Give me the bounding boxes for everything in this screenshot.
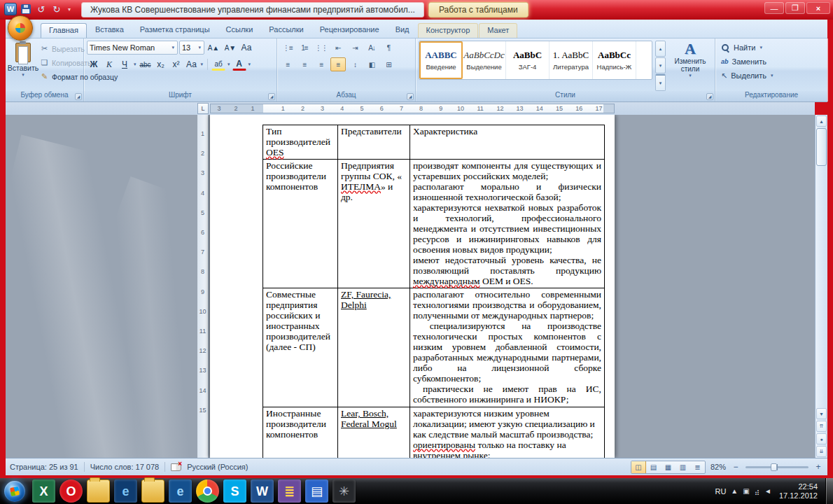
style-item-ЗАГ-4[interactable]: AaBbCЗАГ-4 xyxy=(506,41,550,79)
zoom-slider[interactable] xyxy=(746,466,808,468)
page-indicator[interactable]: Страница: 25 из 91 xyxy=(10,463,78,471)
multilevel-list-button[interactable]: ⋮⋮ xyxy=(314,41,329,55)
tab-Ссылки[interactable]: Ссылки xyxy=(218,23,261,38)
shrink-font-button[interactable]: А▼ xyxy=(223,41,238,55)
excel-icon[interactable]: X xyxy=(32,479,55,503)
representatives-cell[interactable]: ZF, Faurecia, Delphi xyxy=(338,288,410,407)
word-app-icon[interactable]: W xyxy=(4,3,17,15)
line-spacing-button[interactable]: ↕ xyxy=(347,57,363,71)
winrar-icon[interactable]: ≣ xyxy=(278,479,301,503)
maximize-button[interactable]: ❐ xyxy=(785,2,805,14)
grow-font-button[interactable]: А▲ xyxy=(206,41,221,55)
align-center-button[interactable]: ≡ xyxy=(297,57,312,71)
file-manager-icon[interactable]: ▤ xyxy=(305,479,328,503)
view-outline-button[interactable]: ▥ xyxy=(676,461,690,473)
bold-button[interactable]: Ж xyxy=(87,57,101,71)
sort-button[interactable]: А↓ xyxy=(364,41,379,55)
folder-icon[interactable] xyxy=(87,479,110,503)
style-item-Введение[interactable]: ААВВСВведение xyxy=(419,41,463,79)
characteristics-cell[interactable]: производят компоненты для существующих и… xyxy=(410,160,605,288)
tab-Главная[interactable]: Главная xyxy=(41,23,87,38)
zoom-slider-thumb[interactable] xyxy=(771,463,777,471)
vertical-scrollbar[interactable]: ▲ ▼ ⇈ ● ⇊ xyxy=(815,115,827,458)
styles-dialog-launcher[interactable]: ◢ xyxy=(706,93,713,100)
tab-selector[interactable]: L xyxy=(197,103,209,114)
header-cell[interactable]: Тип производителей OES xyxy=(263,125,338,160)
styles-more-button[interactable]: ▼ xyxy=(655,74,666,91)
opera-icon[interactable]: O xyxy=(59,479,83,503)
view-print-layout-button[interactable]: ◫ xyxy=(631,461,646,473)
zoom-out-button[interactable]: − xyxy=(731,462,741,472)
folder-icon[interactable] xyxy=(141,479,164,503)
view-draft-button[interactable]: ≣ xyxy=(690,461,705,473)
show-marks-button[interactable]: ¶ xyxy=(381,41,396,55)
paste-button[interactable]: Вставить ▾ xyxy=(8,41,38,91)
clear-formatting-button[interactable]: Аа xyxy=(239,41,253,55)
representatives-cell[interactable]: Lear, Bosch, Federal Mogul xyxy=(338,407,410,458)
strikethrough-button[interactable]: abc xyxy=(139,57,153,71)
tab-Рецензирование[interactable]: Рецензирование xyxy=(312,23,387,38)
word-icon[interactable]: W xyxy=(251,479,274,503)
undo-button[interactable]: ↺ xyxy=(35,3,48,15)
word-count[interactable]: Число слов: 17 078 xyxy=(90,463,159,471)
font-color-button[interactable]: А xyxy=(232,58,246,71)
decrease-indent-button[interactable]: ⇤ xyxy=(330,41,346,55)
change-styles-button[interactable]: А Изменить стили ▾ xyxy=(668,41,712,91)
tab-Вид[interactable]: Вид xyxy=(388,23,417,38)
representatives-cell[interactable]: Предприятия группы СОК, « ИТЕЛМА» и др. xyxy=(338,160,410,288)
increase-indent-button[interactable]: ⇥ xyxy=(347,41,363,55)
horizontal-ruler[interactable]: 321 1234567891011121314151617 xyxy=(210,104,615,113)
paragraph-dialog-launcher[interactable]: ◢ xyxy=(407,93,414,100)
scrollbar-thumb[interactable] xyxy=(816,128,827,166)
font-family-select[interactable]: Times New Roman▾ xyxy=(87,41,178,55)
scroll-down-button[interactable]: ▼ xyxy=(816,408,827,419)
superscript-button[interactable]: x² xyxy=(169,57,183,71)
language-indicator[interactable]: RU xyxy=(715,487,726,496)
document-page[interactable]: Тип производителей OESПредставителиХарак… xyxy=(210,115,615,458)
close-button[interactable]: × xyxy=(806,2,830,14)
browse-object-button[interactable]: ● xyxy=(816,433,827,444)
subscript-button[interactable]: x₂ xyxy=(154,57,168,71)
redo-button[interactable]: ↻ xyxy=(50,3,63,15)
previous-page-button[interactable]: ⇈ xyxy=(816,421,827,432)
justify-button[interactable]: ≡ xyxy=(330,57,346,71)
shading-button[interactable]: ◧ xyxy=(364,57,379,71)
tab-Разметка страницы[interactable]: Разметка страницы xyxy=(132,23,218,38)
tab-Вставка[interactable]: Вставка xyxy=(88,23,132,38)
qat-customize-button[interactable]: ▾ xyxy=(66,3,73,15)
underline-button[interactable]: Ч xyxy=(118,57,132,71)
proofing-status-icon[interactable]: × xyxy=(171,463,181,471)
font-dialog-launcher[interactable]: ◢ xyxy=(268,93,275,100)
header-cell[interactable]: Представители xyxy=(338,125,410,160)
zoom-level[interactable]: 82% xyxy=(710,463,726,471)
next-page-button[interactable]: ⇊ xyxy=(816,446,827,457)
type-cell[interactable]: Российские производители компонентов xyxy=(263,160,338,288)
characteristics-cell[interactable]: располагают относительно современными те… xyxy=(410,288,605,407)
numbering-button[interactable]: 1≡ xyxy=(297,41,312,55)
show-desktop-button[interactable] xyxy=(825,478,833,504)
highlight-button[interactable]: аб xyxy=(211,58,225,71)
align-right-button[interactable]: ≡ xyxy=(314,57,329,71)
tab-Рассылки[interactable]: Рассылки xyxy=(261,23,311,38)
style-item-Литература[interactable]: 1. AaBbCЛитература xyxy=(550,41,593,79)
spider-icon[interactable]: ✳ xyxy=(332,479,356,503)
display-tray-icon[interactable]: ▣ xyxy=(743,487,749,495)
type-cell[interactable]: Иностранные производители компонентов xyxy=(263,407,338,458)
scroll-up-button[interactable]: ▲ xyxy=(816,115,827,127)
borders-button[interactable]: ⊞ xyxy=(381,57,396,71)
tab-Макет[interactable]: Макет xyxy=(479,23,517,38)
minimize-button[interactable]: — xyxy=(764,2,784,14)
view-web-layout-button[interactable]: ▦ xyxy=(661,461,676,473)
save-button[interactable] xyxy=(20,3,32,15)
view-full-screen-reading-button[interactable]: ▤ xyxy=(646,461,661,473)
language-status[interactable]: Русский (Россия) xyxy=(187,463,248,471)
office-button[interactable] xyxy=(8,15,33,41)
skype-icon[interactable]: S xyxy=(223,479,246,503)
network-tray-icon[interactable]: ⣴ xyxy=(755,487,760,495)
internet-explorer-icon[interactable]: e xyxy=(114,479,137,503)
hidden-icons-button[interactable]: ▲ xyxy=(731,487,738,495)
clipboard-dialog-launcher[interactable]: ◢ xyxy=(75,93,82,100)
find-button[interactable]: Найти▾ xyxy=(718,41,825,55)
internet-explorer-icon[interactable]: e xyxy=(169,479,192,503)
taskbar-clock[interactable]: 22:54 17.12.2012 xyxy=(776,482,820,500)
